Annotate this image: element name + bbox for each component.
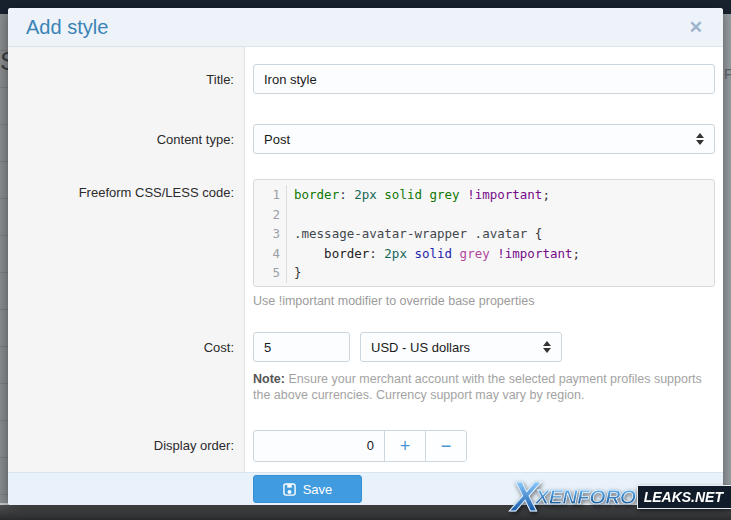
title-label: Title: [8,64,244,94]
watermark-suffix: LEAKS.NET [637,485,731,509]
content-type-row: Content type: Post [8,124,723,154]
cost-note-label: Note: [253,372,285,386]
cost-note-text: Ensure your merchant account with the se… [253,372,702,402]
dialog-body: Title: Content type: Post Freeform CSS/L… [8,47,723,472]
content-type-select[interactable]: Post [253,124,715,154]
css-code-editor[interactable]: 1border: 2px solid grey !important;2 3.m… [253,179,715,287]
line-number: 3 [254,224,287,244]
cost-label: Cost: [8,332,244,403]
code-text [287,205,302,225]
code-line: 5} [254,263,714,283]
dialog-header: Add style ✕ [8,8,723,47]
css-code-row: Freeform CSS/LESS code: 1border: 2px sol… [8,179,723,308]
cost-input[interactable] [253,332,350,362]
display-order-input[interactable]: 0 [254,431,384,461]
save-button[interactable]: Save [253,475,362,503]
code-text: border: 2px solid grey !important; [287,244,580,264]
code-text: .message-avatar-wrapper .avatar { [287,224,542,244]
line-number: 5 [254,263,287,283]
code-line: 3.message-avatar-wrapper .avatar { [254,224,714,244]
content-type-value: Post [264,132,696,147]
code-lines: 1border: 2px solid grey !important;2 3.m… [254,185,714,283]
background-text-fragment: F [724,66,731,82]
currency-select[interactable]: USD - US dollars [360,332,562,362]
close-icon[interactable]: ✕ [683,15,709,40]
display-order-label: Display order: [8,430,244,462]
display-order-stepper: 0 + − [253,430,467,462]
decrement-button[interactable]: − [425,431,466,461]
dialog-title: Add style [26,16,683,39]
code-line: 2 [254,205,714,225]
title-input[interactable] [253,64,715,94]
currency-value: USD - US dollars [371,340,543,355]
title-row: Title: [8,64,723,94]
save-button-label: Save [303,482,333,497]
xenforoleaks-watermark: X XENFORO LEAKS.NET [511,476,731,518]
watermark-brand: XENFORO [535,485,635,509]
code-line: 4 border: 2px solid grey !important; [254,244,714,264]
css-code-help: Use !important modifier to override base… [253,294,715,308]
code-line: 1border: 2px solid grey !important; [254,185,714,205]
select-arrows-icon [543,341,551,353]
line-number: 4 [254,244,287,264]
line-number: 1 [254,185,287,205]
save-floppy-icon [283,483,296,496]
code-text: } [287,263,302,283]
cost-note: Note: Ensure your merchant account with … [253,371,708,403]
add-style-dialog: Add style ✕ Title: Content type: Post [8,8,723,505]
cost-row: Cost: USD - US dollars Note: Ensure your… [8,332,723,403]
code-text: border: 2px solid grey !important; [287,185,550,205]
screen: S F Add style ✕ Title: Content type: Pos… [0,0,731,520]
line-number: 2 [254,205,287,225]
increment-button[interactable]: + [384,431,425,461]
content-type-label: Content type: [8,124,244,154]
css-code-label: Freeform CSS/LESS code: [8,179,244,308]
select-arrows-icon [696,133,704,145]
page-behind-right: F [723,14,731,505]
display-order-row: Display order: 0 + − [8,430,723,462]
